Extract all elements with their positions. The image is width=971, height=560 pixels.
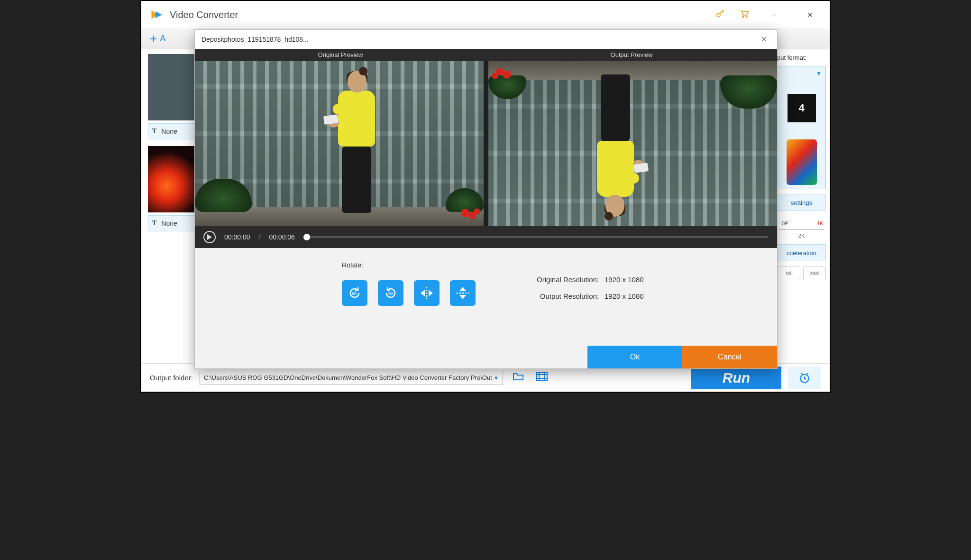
open-folder-icon[interactable] (510, 372, 527, 384)
rotate-label: Rotate: (342, 261, 476, 269)
play-button[interactable] (203, 231, 216, 243)
rotate-dialog: Depositphotos_119151878_hd108... ✕ Origi… (194, 29, 778, 369)
output-preview-pane (488, 61, 777, 226)
output-resolution-label: Output Resolution: (532, 292, 599, 300)
film-icon[interactable] (533, 372, 550, 384)
add-files-label: A (160, 34, 165, 44)
hardware-acceleration-button[interactable]: cceleration (777, 244, 826, 261)
svg-marker-14 (459, 287, 466, 291)
output-preview-label: Output Preview (486, 49, 777, 61)
cart-icon[interactable] (739, 9, 749, 21)
playback-bar: 00:00:00 / 00:00:06 (195, 226, 777, 248)
schedule-button[interactable] (788, 367, 821, 389)
ok-button[interactable]: Ok (587, 346, 682, 368)
side-panel: put format: ▼ 4 settings 0P 4K 2K cceler… (773, 49, 830, 363)
svg-rect-5 (537, 373, 547, 380)
preview-header: Original Preview Output Preview (195, 49, 777, 61)
app-title: Video Converter (170, 9, 715, 20)
intel-chip[interactable]: Intel (803, 266, 826, 280)
original-resolution-label: Original Resolution: (532, 275, 599, 284)
cancel-button[interactable]: Cancel (682, 346, 777, 368)
output-folder-label: Output folder: (150, 374, 193, 382)
svg-text:90: 90 (388, 291, 393, 296)
output-format-label: put format: (777, 54, 826, 61)
rotate-ccw-90-button[interactable]: 90 (342, 280, 367, 306)
resolution-slider[interactable]: 0P 4K 2K (777, 216, 826, 239)
rotate-cw-90-button[interactable]: 90 (378, 280, 403, 306)
time-total: 00:00:06 (269, 233, 295, 241)
flip-horizontal-button[interactable] (414, 280, 440, 306)
titlebar: Video Converter – ✕ (141, 1, 830, 28)
chevron-down-icon[interactable]: ▼ (816, 70, 822, 77)
subtitle-value: None (161, 128, 177, 135)
text-icon: T (152, 220, 156, 227)
svg-marker-7 (207, 234, 212, 240)
parameter-settings-button[interactable]: settings (777, 194, 826, 211)
video-thumbnail[interactable] (148, 146, 195, 212)
seek-handle[interactable] (303, 234, 310, 240)
output-folder-path: C:\Users\ASUS ROG G531GD\OneDrive\Dokume… (204, 374, 492, 381)
add-files-button[interactable]: + A (150, 31, 165, 46)
format-art-icon (787, 139, 817, 185)
key-icon[interactable] (715, 9, 725, 21)
svg-point-4 (746, 16, 747, 18)
close-icon[interactable]: ✕ (757, 34, 770, 45)
original-resolution-value: 1920 x 1080 (605, 275, 644, 284)
subtitle-value: None (161, 220, 177, 227)
original-preview-pane (195, 61, 484, 226)
flip-vertical-button[interactable] (450, 280, 476, 306)
output-resolution-value: 1920 x 1080 (605, 292, 644, 300)
svg-point-3 (742, 16, 744, 18)
svg-marker-1 (156, 11, 162, 18)
dialog-titlebar: Depositphotos_119151878_hd108... ✕ (195, 30, 777, 49)
output-folder-input[interactable]: C:\Users\ASUS ROG G531GD\OneDrive\Dokume… (200, 371, 503, 385)
plus-icon: + (150, 31, 157, 46)
original-preview-label: Original Preview (195, 49, 486, 61)
text-icon: T (152, 128, 156, 135)
app-logo-icon (150, 8, 163, 21)
subtitle-selector[interactable]: T None (148, 123, 195, 139)
svg-marker-12 (429, 290, 433, 296)
svg-marker-15 (459, 295, 466, 299)
intel-badge-icon: tel (777, 266, 800, 280)
svg-text:90: 90 (352, 291, 357, 296)
seek-slider[interactable] (303, 236, 769, 238)
close-button[interactable]: ✕ (798, 5, 821, 24)
time-current: 00:00:00 (224, 233, 250, 241)
output-format-selector[interactable]: ▼ 4 (777, 66, 826, 189)
dialog-title: Depositphotos_119151878_hd108... (202, 36, 309, 43)
video-thumbnail[interactable] (148, 54, 195, 120)
time-separator: / (259, 233, 261, 241)
chevron-down-icon[interactable]: ▼ (494, 375, 499, 381)
svg-point-2 (717, 13, 720, 17)
run-button[interactable]: Run (691, 367, 781, 389)
format-tile-mp4: 4 (788, 94, 816, 122)
minimize-button[interactable]: – (762, 5, 785, 24)
svg-marker-11 (421, 290, 425, 296)
subtitle-selector[interactable]: T None (148, 215, 195, 231)
